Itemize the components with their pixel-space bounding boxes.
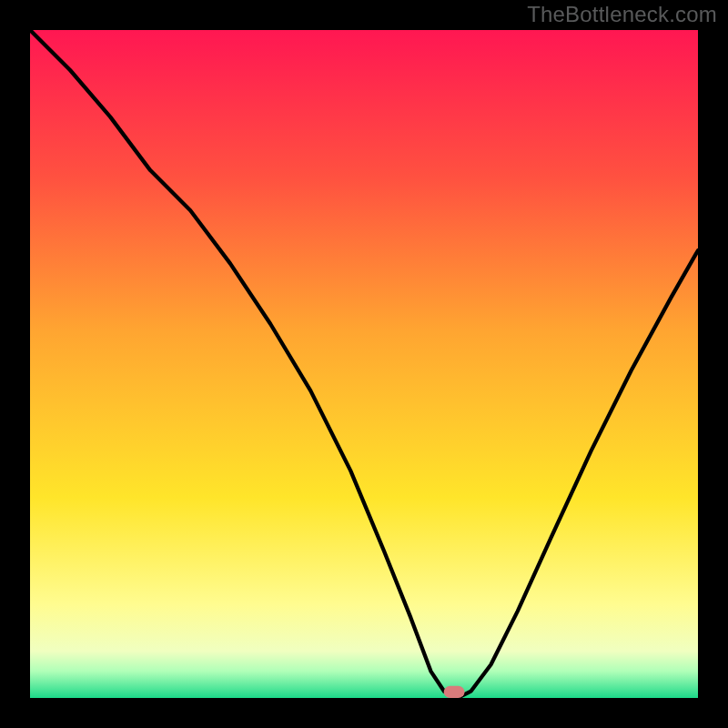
gradient-background	[30, 30, 698, 698]
chart-frame: TheBottleneck.com	[0, 0, 728, 728]
watermark-text: TheBottleneck.com	[527, 2, 717, 27]
chart-plot	[30, 30, 698, 698]
optimum-marker	[444, 686, 465, 698]
